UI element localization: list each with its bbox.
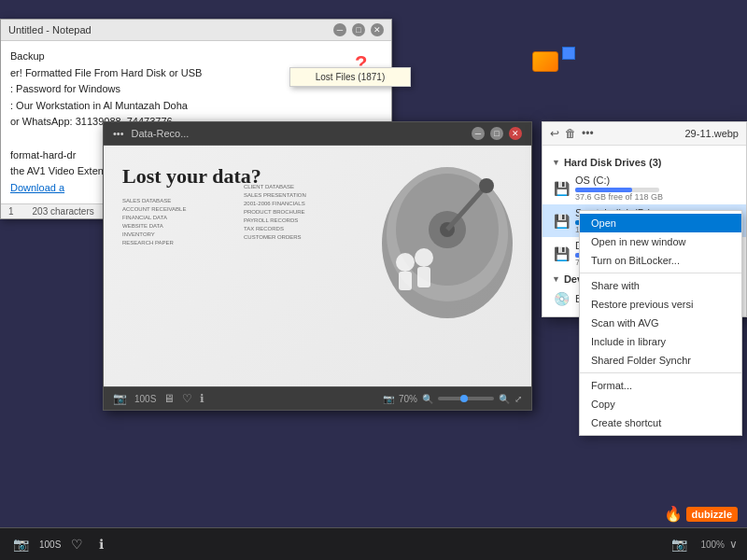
context-format[interactable]: Format... <box>580 376 741 395</box>
dubizzle-watermark: 🔥 dubizzle <box>664 505 738 523</box>
scan-avg-label: Scan with AVG <box>591 317 659 329</box>
image-viewer-window: ••• Data-Reco... ─ □ ✕ Lost your data? S… <box>103 121 532 411</box>
taskbar-camera-icon[interactable]: 📷 <box>7 533 35 555</box>
zoom-slider[interactable] <box>438 397 494 400</box>
drive-os-c[interactable]: 💾 OS (C:) 37.6 GB free of 118 GB <box>543 172 746 204</box>
drive-c-info: OS (C:) 37.6 GB free of 118 GB <box>575 175 735 202</box>
notepad-close-btn[interactable]: ✕ <box>371 23 384 36</box>
notepad-position: 1 <box>8 206 14 217</box>
include-library-label: Include in library <box>591 336 666 347</box>
taskbar-counter: 100S <box>39 539 61 550</box>
taskbar: 📷 100S ♡ ℹ 📷 100% ∨ <box>0 527 747 560</box>
taskbar-left: 📷 100S ♡ ℹ <box>0 533 656 555</box>
open-label: Open <box>591 217 616 229</box>
viewer-bottom-bar: 📷 100S 🖥 ♡ ℹ 📷 70% 🔍 🔍 ⤢ <box>104 386 531 410</box>
hdd-image: Lost your data? SALES DATABASE ACCOUNT R… <box>104 146 531 386</box>
zoom-in-icon[interactable]: 🔍 <box>499 394 510 404</box>
viewer-title-text: Data-Reco... <box>132 128 190 139</box>
folder-icon[interactable] <box>532 51 558 72</box>
viewer-title-area: ••• Data-Reco... <box>113 128 189 139</box>
create-shortcut-label: Create shortcut <box>591 417 661 428</box>
hdd-illustration <box>335 150 522 328</box>
dubizzle-logo: dubizzle <box>686 507 738 522</box>
notepad-title: Untitled - Notepad <box>8 24 92 35</box>
context-open-new-window[interactable]: Open in new window <box>580 232 741 251</box>
context-menu: Open Open in new window Turn on BitLocke… <box>579 210 742 436</box>
taskbar-heart-icon[interactable]: ♡ <box>65 533 89 555</box>
camera-icon[interactable]: 📷 <box>113 392 127 405</box>
taskbar-right: 📷 100% ∨ <box>656 533 747 555</box>
notepad-maximize-btn[interactable]: □ <box>352 23 365 36</box>
svg-rect-10 <box>417 267 430 287</box>
viewer-dots-menu[interactable]: ••• <box>113 128 124 139</box>
drive-e-icon: 💾 <box>554 246 570 261</box>
notepad-line-1: Backup <box>10 49 382 65</box>
viewer-window-controls: ─ □ ✕ <box>472 127 522 140</box>
notepad-minimize-btn[interactable]: ─ <box>333 23 346 36</box>
drive-c-name: OS (C:) <box>575 175 735 186</box>
notepad-window-controls: ─ □ ✕ <box>333 23 384 36</box>
taskbar-zoom: 100% ∨ <box>700 538 738 551</box>
context-open[interactable]: Open <box>580 214 741 232</box>
drive-c-icon: 💾 <box>554 181 570 196</box>
info-icon[interactable]: ℹ <box>200 392 204 405</box>
flame-icon: 🔥 <box>664 505 683 523</box>
zoom-percent: 70% <box>399 394 417 404</box>
notepad-line-4: : Our Workstation in Al Muntazah Doha <box>10 98 382 115</box>
explorer-titlebar: ↩ 🗑 ••• 29-11.webp <box>543 122 746 146</box>
svg-point-9 <box>415 248 433 267</box>
context-create-shortcut[interactable]: Create shortcut <box>580 413 741 432</box>
taskbar-camera-icon-2[interactable]: 📷 <box>666 533 693 555</box>
viewer-image-area: Lost your data? SALES DATABASE ACCOUNT R… <box>104 146 531 386</box>
devices-chevron[interactable]: ▼ <box>552 274 560 284</box>
context-separator-2 <box>580 372 741 373</box>
fullscreen-icon[interactable]: ⤢ <box>514 394 522 404</box>
context-separator-1 <box>580 273 741 273</box>
context-include-library[interactable]: Include in library <box>580 332 741 351</box>
taskbar-info-icon[interactable]: ℹ <box>93 533 109 555</box>
context-share-with[interactable]: Share with <box>580 276 741 295</box>
context-copy[interactable]: Copy <box>580 395 741 413</box>
hdd-section-title: Hard Disk Drives (3) <box>564 157 662 168</box>
context-bitlocker[interactable]: Turn on BitLocker... <box>580 251 741 270</box>
camera-icon-2: 📷 <box>383 394 394 404</box>
desktop: Untitled - Notepad ─ □ ✕ Backup er! Form… <box>0 0 747 560</box>
viewer-maximize-btn[interactable]: □ <box>490 127 503 140</box>
zoom-slider-thumb <box>460 395 468 402</box>
viewer-zoom-control: 📷 70% 🔍 🔍 ⤢ <box>383 394 522 404</box>
viewer-minimize-btn[interactable]: ─ <box>472 127 485 140</box>
svg-point-7 <box>396 253 415 272</box>
lost-files-popup: Lost Files (1871) <box>289 67 411 87</box>
svg-point-6 <box>479 178 494 193</box>
notepad-titlebar: Untitled - Notepad ─ □ ✕ <box>1 20 391 41</box>
shared-folder-label: Shared Folder Synchr <box>591 355 691 366</box>
viewer-counter: 100S <box>134 394 156 404</box>
viewer-titlebar: ••• Data-Reco... ─ □ ✕ <box>104 122 531 146</box>
lost-data-heading: Lost your data? <box>122 164 261 189</box>
heart-icon[interactable]: ♡ <box>182 392 192 405</box>
display-icon[interactable]: 🖥 <box>163 392 175 405</box>
svg-rect-8 <box>399 272 412 290</box>
viewer-close-btn[interactable]: ✕ <box>509 127 522 140</box>
hdd-chevron[interactable]: ▼ <box>552 158 560 167</box>
taskbar-zoom-icon[interactable]: ∨ <box>729 538 738 551</box>
bitlocker-label: Turn on BitLocker... <box>591 255 680 266</box>
open-new-window-label: Open in new window <box>591 236 686 247</box>
context-scan-avg[interactable]: Scan with AVG <box>580 314 741 332</box>
drive-c-space: 37.6 GB free of 118 GB <box>575 192 735 202</box>
taskbar-zoom-percent: 100% <box>700 539 725 550</box>
hdd-section-header: ▼ Hard Disk Drives (3) <box>543 153 746 172</box>
context-shared-folder[interactable]: Shared Folder Synchr <box>580 351 741 370</box>
blue-square-icon <box>562 47 575 60</box>
drive-d-icon: 💾 <box>554 214 570 229</box>
data-labels-2: CLIENT DATABASE SALES PRESENTATION 2001-… <box>244 183 306 242</box>
explorer-more-icon[interactable]: ••• <box>582 127 594 140</box>
explorer-title-left: ↩ 🗑 ••• <box>550 127 594 140</box>
zoom-out-icon[interactable]: 🔍 <box>422 394 433 404</box>
explorer-trash-icon[interactable]: 🗑 <box>565 127 576 140</box>
bdre-icon: 💿 <box>554 291 570 306</box>
explorer-back-icon[interactable]: ↩ <box>550 127 559 140</box>
context-restore-prev[interactable]: Restore previous versi <box>580 295 741 314</box>
explorer-title-text: 29-11.webp <box>685 128 740 139</box>
data-labels: SALES DATABASE ACCOUNT RECEIVABLE FINANC… <box>122 197 186 247</box>
